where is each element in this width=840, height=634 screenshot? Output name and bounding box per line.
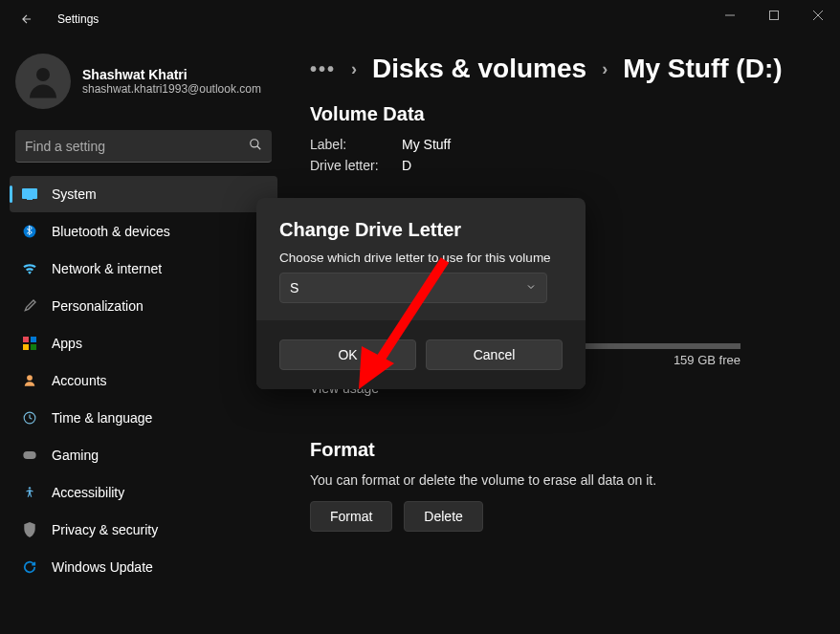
svg-rect-8	[27, 199, 33, 200]
breadcrumb-current: My Stuff (D:)	[623, 54, 782, 84]
delete-button[interactable]: Delete	[404, 501, 482, 532]
window-controls	[708, 0, 840, 31]
brush-icon	[21, 297, 38, 315]
search-icon	[249, 138, 262, 155]
svg-line-6	[257, 145, 261, 149]
nav-item-gaming[interactable]: Gaming	[10, 437, 277, 473]
label-key: Label:	[310, 137, 402, 152]
search-box[interactable]	[15, 130, 272, 163]
nav: System Bluetooth & devices Network & int…	[0, 176, 287, 585]
user-email: shashwat.khatri1993@outlook.com	[82, 82, 261, 96]
nav-item-update[interactable]: Windows Update	[10, 549, 277, 585]
svg-rect-13	[31, 344, 36, 350]
svg-point-5	[251, 139, 258, 146]
label-value: My Stuff	[402, 137, 451, 152]
maximize-button[interactable]	[752, 0, 796, 31]
svg-rect-7	[22, 188, 37, 199]
close-button[interactable]	[796, 0, 840, 31]
select-value: S	[290, 280, 298, 295]
minimize-button[interactable]	[708, 0, 752, 31]
nav-label: System	[52, 186, 97, 202]
search-input[interactable]	[25, 139, 249, 154]
update-icon	[21, 558, 38, 576]
format-title: Format	[310, 439, 802, 461]
nav-item-accessibility[interactable]: Accessibility	[10, 474, 277, 511]
nav-label: Privacy & security	[52, 522, 158, 537]
dialog-desc: Choose which drive letter to use for thi…	[279, 251, 563, 265]
nav-label: Accounts	[52, 373, 107, 388]
grid-icon	[21, 335, 38, 352]
dialog-title: Change Drive Letter	[279, 219, 563, 241]
breadcrumb: ••• › Disks & volumes › My Stuff (D:)	[310, 54, 802, 84]
format-button[interactable]: Format	[310, 501, 392, 532]
window-title: Settings	[57, 12, 99, 26]
bluetooth-icon	[21, 223, 38, 240]
svg-point-17	[29, 487, 31, 489]
monitor-icon	[21, 186, 38, 203]
cancel-button[interactable]: Cancel	[426, 339, 563, 370]
back-button[interactable]	[15, 8, 38, 31]
svg-rect-10	[23, 337, 29, 342]
clock-icon	[21, 409, 38, 426]
breadcrumb-disks[interactable]: Disks & volumes	[372, 54, 586, 84]
letter-value: D	[402, 158, 411, 173]
nav-label: Personalization	[52, 298, 144, 314]
avatar	[15, 54, 71, 109]
ok-button[interactable]: OK	[279, 339, 416, 370]
nav-item-network[interactable]: Network & internet	[10, 251, 277, 287]
user-name: Shashwat Khatri	[82, 67, 261, 82]
person-icon	[21, 372, 38, 389]
titlebar: Settings	[0, 0, 840, 38]
svg-rect-12	[23, 344, 29, 350]
svg-point-9	[24, 226, 36, 238]
nav-label: Bluetooth & devices	[52, 224, 170, 239]
wifi-icon	[21, 260, 38, 277]
chevron-down-icon	[525, 280, 537, 295]
svg-point-14	[27, 375, 33, 381]
svg-rect-11	[31, 337, 36, 342]
nav-item-privacy[interactable]: Privacy & security	[10, 512, 277, 548]
user-block[interactable]: Shashwat Khatri shashwat.khatri1993@outl…	[0, 48, 287, 122]
drive-letter-select[interactable]: S	[279, 273, 547, 303]
svg-rect-1	[770, 11, 779, 20]
letter-key: Drive letter:	[310, 158, 402, 173]
nav-item-personalization[interactable]: Personalization	[10, 288, 277, 324]
nav-item-system[interactable]: System	[10, 176, 277, 212]
chevron-right-icon: ›	[351, 59, 357, 79]
volume-data-title: Volume Data	[310, 103, 802, 125]
format-desc: You can format or delete the volume to e…	[310, 472, 802, 488]
breadcrumb-more[interactable]: •••	[310, 58, 336, 80]
shield-icon	[21, 521, 38, 538]
nav-label: Network & internet	[52, 261, 162, 276]
nav-label: Windows Update	[52, 559, 153, 575]
accessibility-icon	[21, 484, 38, 501]
nav-item-bluetooth[interactable]: Bluetooth & devices	[10, 213, 277, 250]
svg-point-4	[36, 68, 50, 81]
nav-item-accounts[interactable]: Accounts	[10, 362, 277, 399]
nav-item-apps[interactable]: Apps	[10, 325, 277, 361]
settings-window: Settings Shashwat Khatri shashwat.khatri…	[0, 0, 840, 634]
svg-rect-16	[23, 451, 35, 459]
nav-label: Time & language	[52, 410, 152, 426]
gamepad-icon	[21, 447, 38, 464]
change-drive-letter-dialog: Change Drive Letter Choose which drive l…	[256, 198, 586, 389]
nav-item-time[interactable]: Time & language	[10, 400, 277, 436]
nav-label: Apps	[52, 336, 82, 351]
nav-label: Accessibility	[52, 485, 124, 500]
nav-label: Gaming	[52, 448, 99, 463]
sidebar: Shashwat Khatri shashwat.khatri1993@outl…	[0, 38, 287, 634]
chevron-right-icon: ›	[602, 59, 608, 79]
